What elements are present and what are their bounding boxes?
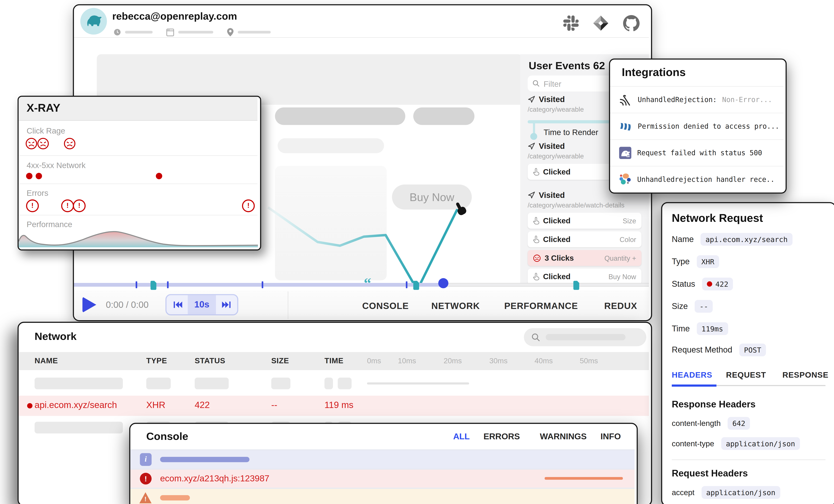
- skeleton-cell: [271, 378, 290, 389]
- tab-request[interactable]: REQUEST: [726, 370, 766, 379]
- skeleton-text-block: [413, 108, 475, 125]
- waterfall-tick: 10ms: [398, 356, 416, 365]
- tab-response[interactable]: RESPONSE: [782, 370, 828, 379]
- response-header-entry: content-type application/json: [672, 437, 800, 450]
- skip-interval-label[interactable]: 10s: [188, 295, 216, 314]
- integration-item-elastic[interactable]: Unhandledrejection handler rece..: [610, 166, 784, 193]
- col-name[interactable]: NAME: [35, 356, 58, 365]
- skeleton-text-block: [278, 138, 384, 153]
- event-clicked[interactable]: ClickedSize: [528, 213, 641, 229]
- tab-performance[interactable]: PERFORMANCE: [504, 301, 578, 312]
- github-icon[interactable]: [623, 15, 640, 31]
- timeline-event-tick[interactable]: [406, 281, 407, 288]
- integration-item-sentry[interactable]: UnhandledRejection:Non-Error...: [610, 86, 784, 113]
- user-events-title: User Events 62: [529, 60, 605, 72]
- row-status: 422: [195, 400, 210, 411]
- network-error-dot[interactable]: [36, 173, 42, 179]
- skeleton-cell: [338, 378, 351, 389]
- event-rage-clicks[interactable]: 3 ClicksQuantity +: [528, 250, 641, 266]
- timeline-bookmark-marker[interactable]: [151, 281, 156, 290]
- search-icon: [531, 333, 541, 342]
- event-url: /category/wearable: [528, 106, 584, 113]
- skeleton-cell: [146, 378, 171, 389]
- user-email: rebecca@openreplay.com: [112, 10, 237, 22]
- timeline-event-tick[interactable]: [136, 281, 137, 288]
- tab-redux[interactable]: REDUX: [604, 301, 637, 312]
- field-size: Size --: [672, 300, 713, 313]
- timeline-bookmark-marker[interactable]: [573, 281, 579, 290]
- filter-placeholder: Filter: [544, 79, 562, 88]
- event-clicked[interactable]: ClickedBuy Now: [528, 269, 641, 283]
- time-to-render-dot: [530, 133, 537, 140]
- skip-back-button[interactable]: [167, 295, 188, 314]
- timeline-event-tick[interactable]: [167, 281, 169, 288]
- event-visited[interactable]: Visited: [528, 190, 565, 199]
- timeline-bookmark-marker[interactable]: [413, 281, 419, 290]
- event-clicked[interactable]: ClickedColor: [528, 231, 641, 247]
- screenshot-stage: rebecca@openreplay.com Buy Now: [0, 0, 834, 504]
- request-headers-title: Request Headers: [672, 468, 748, 479]
- field-time: Time 119ms: [672, 322, 728, 335]
- log-placeholder-bar: [160, 457, 249, 462]
- network-error-row[interactable]: api.ecom.xyz/search XHR 422 -- 119 ms: [19, 396, 649, 416]
- error-marker-icon[interactable]: !: [61, 199, 74, 212]
- network-error-dot[interactable]: [156, 173, 162, 179]
- console-tab-errors[interactable]: ERRORS: [483, 432, 520, 441]
- accept-value: application/json: [701, 486, 780, 499]
- integration-item-bugsnag[interactable]: Permission denied to access pro...: [610, 113, 784, 139]
- console-error-row[interactable]: ! ecom.xyz/a213qh.js:123987: [130, 468, 635, 488]
- skeleton-cell: [35, 422, 123, 434]
- integration-item-datadog[interactable]: Request failed with status 500: [610, 139, 784, 166]
- timeline-event-tick[interactable]: [262, 281, 263, 288]
- col-type[interactable]: TYPE: [146, 356, 167, 365]
- skip-forward-button[interactable]: [216, 295, 237, 314]
- meta-bar: [125, 31, 153, 34]
- field-type: Type XHR: [672, 255, 719, 268]
- tab-headers[interactable]: HEADERS: [672, 370, 712, 379]
- error-badge: !: [140, 473, 152, 485]
- skeleton-cell: [195, 378, 228, 389]
- content-length-value: 642: [728, 417, 750, 430]
- playhead[interactable]: [438, 278, 448, 288]
- console-tab-all[interactable]: ALL: [453, 432, 470, 441]
- errors-label: Errors: [27, 188, 48, 197]
- pointer-hand-cursor-icon: [453, 201, 469, 218]
- col-size[interactable]: SIZE: [271, 356, 289, 365]
- play-button[interactable]: [83, 297, 96, 313]
- console-tab-info[interactable]: INFO: [600, 432, 621, 441]
- col-status[interactable]: STATUS: [195, 356, 225, 365]
- diamond-logo-icon[interactable]: [593, 15, 609, 31]
- event-visited[interactable]: Visited: [528, 141, 565, 151]
- slack-icon[interactable]: [563, 16, 579, 31]
- tab-network[interactable]: NETWORK: [432, 301, 480, 312]
- col-time[interactable]: TIME: [325, 356, 344, 365]
- waterfall-tick: 40ms: [535, 356, 553, 365]
- events-filter-input[interactable]: Filter: [528, 75, 614, 91]
- event-url: /category/wearable/watch-details: [528, 202, 624, 209]
- network-error-dot[interactable]: [26, 173, 32, 179]
- browser-icon: [166, 28, 175, 37]
- console-tab-warnings[interactable]: WARNINGS: [540, 432, 587, 441]
- row-time: 119 ms: [325, 400, 353, 411]
- network-panel-title: Network: [35, 330, 76, 343]
- log-placeholder-bar: [160, 495, 190, 500]
- integration-shortcut-icons: [563, 15, 640, 31]
- error-marker-icon[interactable]: !: [242, 199, 255, 212]
- error-marker-icon[interactable]: !: [73, 199, 86, 212]
- divider: [672, 459, 826, 460]
- click-hand-icon: [533, 217, 539, 225]
- console-warning-row[interactable]: !: [130, 488, 635, 504]
- skip-controls: 10s: [166, 294, 238, 315]
- timeline-quote-marker[interactable]: “: [364, 275, 371, 292]
- network-search-input[interactable]: [524, 328, 646, 346]
- event-time-to-render[interactable]: Time to Render: [544, 128, 598, 137]
- console-info-row[interactable]: i: [130, 449, 635, 468]
- event-visited[interactable]: Visited: [528, 95, 565, 104]
- integrations-title: Integrations: [622, 66, 686, 79]
- click-rage-label: Click Rage: [27, 126, 65, 135]
- player-timeline-played: [74, 283, 443, 287]
- row-error-dot: [27, 403, 32, 408]
- tab-console[interactable]: CONSOLE: [362, 301, 409, 312]
- error-marker-icon[interactable]: !: [26, 199, 39, 212]
- network-errors-label: 4xx-5xx Network: [27, 160, 86, 170]
